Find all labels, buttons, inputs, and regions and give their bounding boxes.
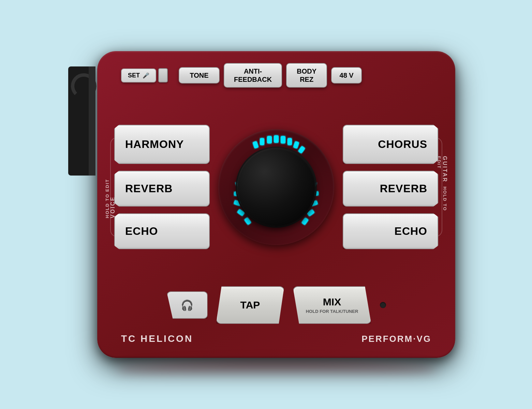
tone-button[interactable]: TONE — [179, 67, 220, 84]
echo-right-label: ECHO — [395, 225, 427, 238]
headphone-button[interactable]: 🎧 — [167, 291, 208, 319]
chorus-button[interactable]: CHORUS — [343, 125, 438, 164]
svg-rect-4 — [298, 146, 305, 154]
body-rez-button[interactable]: BODYREZ — [286, 63, 327, 88]
echo-left-label: ECHO — [125, 225, 158, 238]
echo-left-button[interactable]: ECHO — [114, 213, 210, 249]
set-group: SET 🎤 — [121, 68, 168, 82]
left-effects: HOLD TO EDIT VOICE HARMONY REVERB ECHO — [114, 125, 210, 249]
tap-label: TAP — [240, 299, 260, 311]
chorus-label: CHORUS — [378, 138, 427, 151]
main-knob[interactable] — [237, 148, 315, 226]
mix-label: MIX — [323, 296, 341, 308]
headphone-icon: 🎧 — [181, 299, 193, 311]
main-section: HOLD TO EDIT VOICE HARMONY REVERB ECHO — [114, 95, 438, 278]
anti-feedback-button[interactable]: ANTI-FEEDBACK — [224, 63, 282, 88]
svg-rect-13 — [301, 217, 309, 225]
svg-rect-5 — [267, 136, 272, 143]
slot-button[interactable] — [158, 68, 168, 82]
svg-rect-3 — [293, 141, 299, 149]
scene: SET 🎤 TONE ANTI-FEEDBACK BODYREZ 48 V — [61, 26, 471, 383]
reverb-left-label: REVERB — [125, 182, 173, 195]
svg-rect-8 — [244, 217, 251, 225]
svg-rect-7 — [252, 141, 259, 149]
tap-button[interactable]: TAP — [216, 286, 284, 324]
bottom-row: 🎧 TAP MIX HOLD FOR TALK/TUNER — [114, 286, 438, 324]
reverb-left-button[interactable]: REVERB — [114, 171, 210, 207]
guitar-clip — [68, 66, 95, 176]
mic-icon: 🎤 — [143, 72, 149, 79]
top-row: SET 🎤 TONE ANTI-FEEDBACK BODYREZ 48 V — [114, 63, 438, 88]
brand-tc-helicon: TC HELICON — [121, 333, 193, 344]
mix-sub-label: HOLD FOR TALK/TUNER — [306, 309, 358, 314]
brand-model: PERFORM·VG — [361, 334, 431, 344]
body-rez-label: BODYREZ — [297, 67, 316, 83]
reverb-right-button[interactable]: REVERB — [343, 171, 438, 207]
svg-rect-2 — [287, 138, 292, 145]
mix-button[interactable]: MIX HOLD FOR TALK/TUNER — [293, 286, 371, 324]
right-effects: GUITAR HOLD TO EDIT CHORUS REVERB ECHO — [343, 125, 438, 249]
anti-feedback-label: ANTI-FEEDBACK — [234, 67, 272, 83]
set-label: SET — [128, 72, 140, 79]
main-knob-area — [218, 129, 334, 245]
device-body: SET 🎤 TONE ANTI-FEEDBACK BODYREZ 48 V — [97, 51, 455, 358]
svg-rect-1 — [281, 136, 285, 143]
echo-right-button[interactable]: ECHO — [343, 213, 438, 249]
tone-label: TONE — [190, 72, 208, 79]
phantom-label: 48 V — [340, 72, 354, 79]
svg-rect-9 — [237, 209, 245, 216]
harmony-button[interactable]: HARMONY — [114, 125, 210, 164]
harmony-label: HARMONY — [125, 138, 184, 151]
svg-rect-0 — [274, 135, 279, 143]
phantom-power-button[interactable]: 48 V — [331, 67, 362, 84]
status-led — [380, 302, 386, 308]
brand-row: TC HELICON PERFORM·VG — [114, 332, 438, 346]
reverb-right-label: REVERB — [380, 182, 427, 195]
svg-rect-6 — [260, 138, 264, 145]
set-button[interactable]: SET 🎤 — [121, 69, 156, 82]
